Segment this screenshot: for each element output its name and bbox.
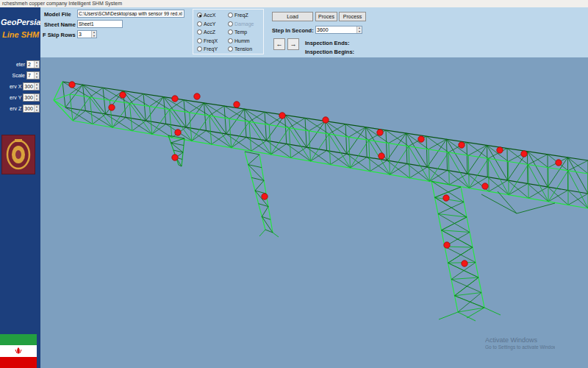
sensor-dot bbox=[379, 153, 384, 159]
flag-emblem-icon bbox=[15, 347, 22, 355]
step-back-button[interactable]: ← bbox=[273, 38, 285, 50]
watermark-line2: Go to Settings to activate Windows. bbox=[485, 344, 555, 350]
sensor-dot bbox=[262, 194, 268, 199]
load-button[interactable]: Load bbox=[272, 12, 313, 21]
sensor-dot bbox=[443, 195, 449, 201]
radio-accx[interactable]: AccX bbox=[197, 13, 218, 18]
param-spinbox[interactable]: 2▴▾ bbox=[26, 60, 40, 68]
inspection-ends-label: Inspection Ends: bbox=[305, 40, 349, 46]
radio-label: Humm bbox=[234, 38, 250, 43]
skip-rows-label: F Skip Rows bbox=[43, 32, 76, 38]
radio-dot-icon bbox=[197, 38, 202, 43]
radio-accz[interactable]: AccZ bbox=[197, 29, 218, 35]
radio-label: AccX bbox=[204, 13, 215, 18]
param-value: 300 bbox=[24, 94, 34, 101]
radio-temp[interactable]: Temp bbox=[228, 29, 254, 35]
spinner-arrows-icon[interactable]: ▴▾ bbox=[34, 61, 39, 68]
sensor-dot bbox=[194, 93, 200, 99]
watermark-line1: Activate Windows bbox=[485, 336, 581, 344]
radio-label: Tension bbox=[234, 46, 252, 52]
radio-label: AccY bbox=[204, 21, 215, 26]
step-in-second-value: 3600 bbox=[316, 26, 356, 33]
sidebar-param-erv-y: erv Y300▴▾ bbox=[0, 92, 40, 103]
sensor-dot bbox=[556, 160, 562, 166]
model-viewport[interactable]: Activate Windows Go to Settings to activ… bbox=[40, 57, 588, 368]
model-file-input[interactable] bbox=[77, 10, 184, 18]
spinner-arrows-icon[interactable]: ▴▾ bbox=[34, 72, 39, 79]
sheet-name-input[interactable] bbox=[77, 20, 123, 28]
skip-rows-spinner[interactable]: 3 ▴▾ bbox=[77, 30, 97, 38]
radio-label: FreqY bbox=[204, 46, 218, 52]
radio-label: AccZ bbox=[204, 29, 215, 35]
radio-dot-icon bbox=[197, 13, 202, 18]
param-spinbox[interactable]: 300▴▾ bbox=[23, 93, 40, 102]
sensor-dot bbox=[462, 261, 467, 266]
sheet-name-label: Sheet Name bbox=[44, 21, 76, 28]
param-value: 300 bbox=[24, 83, 34, 90]
sensor-dot bbox=[279, 113, 285, 118]
radio-label: FreqX bbox=[204, 38, 218, 43]
company-logo bbox=[1, 135, 35, 174]
sensor-dot bbox=[175, 130, 181, 135]
param-label: erv Y bbox=[10, 95, 21, 100]
model-file-label: Model File bbox=[44, 11, 71, 18]
spinner-arrows-icon[interactable]: ▴▾ bbox=[356, 26, 362, 33]
spinner-arrows-icon[interactable]: ▴▾ bbox=[34, 105, 39, 112]
inspection-begins-label: Inspection Begins: bbox=[305, 49, 354, 55]
radio-tension[interactable]: Tension bbox=[228, 46, 254, 52]
param-value: 300 bbox=[24, 105, 34, 112]
sensor-dot bbox=[172, 155, 178, 160]
sensor-dot bbox=[120, 92, 126, 98]
sensor-dot bbox=[482, 183, 488, 189]
param-label: Scale bbox=[12, 73, 25, 78]
step-in-second-spinner[interactable]: 3600 ▴▾ bbox=[315, 26, 362, 34]
sidebar-parameters: eter2▴▾Scale7▴▾erv X300▴▾erv Y300▴▾erv Z… bbox=[0, 59, 40, 114]
sensor-dot bbox=[323, 117, 329, 123]
spinner-arrows-icon[interactable]: ▴▾ bbox=[34, 83, 39, 90]
brand-line-shm: Line SHM 1 bbox=[2, 30, 46, 39]
param-label: erv X bbox=[10, 84, 21, 89]
radio-label: Temp bbox=[234, 29, 247, 35]
sensor-dot bbox=[444, 242, 450, 248]
iran-flag bbox=[0, 334, 37, 368]
process-button[interactable]: Process bbox=[339, 12, 366, 21]
param-spinbox[interactable]: 7▴▾ bbox=[26, 71, 40, 79]
radio-dot-icon bbox=[197, 21, 202, 26]
company-logo-image bbox=[4, 138, 33, 171]
radio-dot-icon bbox=[228, 46, 233, 52]
flag-green-stripe bbox=[0, 334, 37, 345]
step-forward-button[interactable]: → bbox=[287, 38, 299, 50]
sidebar-param-eter: eter2▴▾ bbox=[0, 59, 40, 70]
activate-windows-watermark: Activate Windows Go to Settings to activ… bbox=[485, 336, 581, 350]
radio-dot-icon bbox=[228, 38, 233, 43]
flag-red-stripe bbox=[0, 357, 37, 368]
param-spinbox[interactable]: 300▴▾ bbox=[23, 105, 40, 113]
signal-radio-column-1: AccXAccYAccZFreqXFreqY bbox=[197, 13, 218, 52]
radio-dot-icon bbox=[228, 29, 233, 35]
sensor-dot bbox=[497, 147, 503, 153]
radio-label: Damage bbox=[234, 21, 254, 26]
radio-freqz[interactable]: FreqZ bbox=[228, 13, 254, 18]
sensor-dot bbox=[172, 96, 178, 102]
structure-wireframe bbox=[40, 57, 588, 368]
step-in-second-label: Step In Second: bbox=[272, 27, 314, 34]
brand-geopersian: GeoPersian bbox=[1, 18, 46, 26]
skip-rows-value: 3 bbox=[78, 31, 91, 38]
spinner-arrows-icon[interactable]: ▴▾ bbox=[34, 94, 39, 101]
sensor-dot bbox=[521, 151, 527, 157]
radio-dot-icon bbox=[197, 29, 202, 35]
signal-type-groupbox: AccXAccYAccZFreqXFreqY FreqZDamageTempHu… bbox=[193, 9, 264, 54]
radio-damage[interactable]: Damage bbox=[228, 21, 254, 27]
radio-freqy[interactable]: FreqY bbox=[197, 46, 218, 52]
param-label: erv Z bbox=[10, 106, 21, 111]
param-spinbox[interactable]: 300▴▾ bbox=[23, 82, 40, 91]
proces-button[interactable]: Proces bbox=[315, 12, 337, 21]
radio-freqx[interactable]: FreqX bbox=[197, 38, 218, 44]
sensor-dot bbox=[377, 130, 383, 135]
sensor-dot bbox=[234, 102, 240, 107]
radio-accy[interactable]: AccY bbox=[197, 21, 218, 27]
spinner-arrows-icon[interactable]: ▴▾ bbox=[91, 31, 96, 38]
arrow-left-icon: ← bbox=[276, 40, 283, 48]
radio-humm[interactable]: Humm bbox=[228, 38, 254, 44]
window-titlebar[interactable]: rcheshmeh copper company Intelligent SHM… bbox=[0, 0, 588, 7]
